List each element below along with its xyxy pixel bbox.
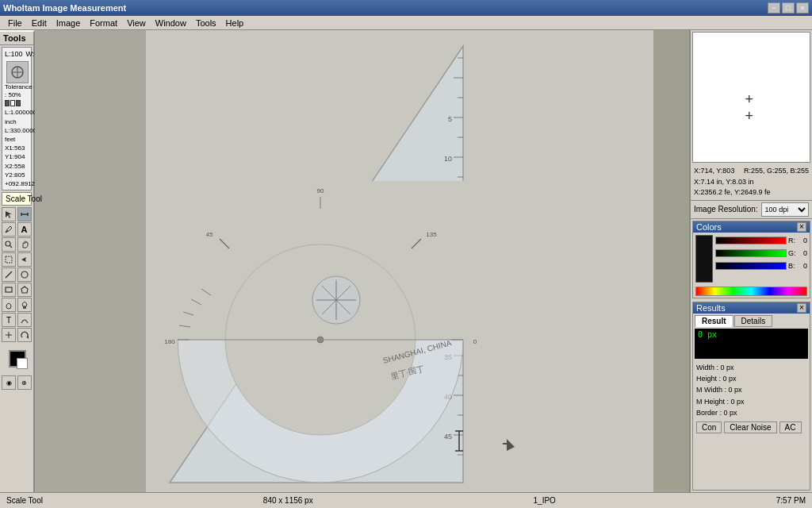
pixel-coords: X:714, Y:803 bbox=[694, 166, 734, 177]
g-label: G: bbox=[788, 249, 795, 257]
tool-polygon[interactable] bbox=[17, 283, 32, 297]
color-sliders: R: 0 G: 0 B: 0 bbox=[715, 235, 807, 283]
stat-border: Border : 0 px bbox=[696, 407, 806, 418]
result-value: 0 px bbox=[698, 330, 717, 339]
svg-rect-12 bbox=[6, 287, 12, 292]
color-spectrum-bar[interactable] bbox=[695, 287, 807, 296]
menu-window[interactable]: Window bbox=[151, 17, 191, 29]
svg-point-11 bbox=[21, 271, 28, 278]
svg-point-7 bbox=[6, 241, 10, 246]
tool-curve[interactable] bbox=[17, 313, 32, 327]
title-bar: WhoItam Image Measurement − □ × bbox=[0, 0, 812, 16]
tool-rotate[interactable] bbox=[17, 328, 32, 342]
tool-scale[interactable] bbox=[17, 207, 32, 221]
svg-text:0: 0 bbox=[473, 338, 477, 345]
results-stats: Width : 0 px Height : 0 px M Width : 0 p… bbox=[693, 360, 810, 421]
tool-measure[interactable] bbox=[2, 328, 16, 342]
menu-tools[interactable]: Tools bbox=[191, 17, 221, 29]
background-color[interactable] bbox=[17, 358, 28, 369]
results-display: 0 px bbox=[695, 329, 808, 359]
close-button[interactable]: × bbox=[796, 2, 809, 13]
resolution-select[interactable]: 100 dpi 72 dpi 96 dpi bbox=[761, 202, 809, 217]
colors-close-button[interactable]: × bbox=[797, 222, 806, 232]
tool-crop[interactable] bbox=[2, 252, 16, 267]
status-bar: Scale Tool 840 x 1156 px 1_IPO 7:57 PM bbox=[0, 492, 812, 508]
menu-bar: File Edit Image Format View Window Tools… bbox=[0, 16, 812, 30]
svg-line-10 bbox=[6, 271, 12, 278]
tool-pencil[interactable] bbox=[2, 222, 16, 237]
maximize-button[interactable]: □ bbox=[782, 2, 795, 13]
color-swatch-preview[interactable] bbox=[695, 235, 713, 283]
l-value: L:100 bbox=[5, 49, 23, 60]
tool-text[interactable]: A bbox=[17, 222, 32, 237]
blue-channel-row: B: 0 bbox=[715, 260, 807, 271]
green-channel-row: G: 0 bbox=[715, 248, 807, 259]
r-label: R: bbox=[788, 237, 795, 244]
resolution-row: Image Resolution: 100 dpi 72 dpi 96 dpi bbox=[691, 201, 812, 219]
status-color-mode: 1_IPO bbox=[534, 496, 556, 505]
coords-text: X1:563 Y1:904 X2:558 Y2:805 bbox=[5, 144, 29, 179]
svg-line-8 bbox=[10, 246, 13, 248]
svg-text:5: 5 bbox=[448, 115, 452, 123]
tool-circle[interactable] bbox=[17, 267, 32, 282]
svg-text:90: 90 bbox=[317, 187, 324, 194]
menu-view[interactable]: View bbox=[122, 17, 151, 29]
colors-title: Colors bbox=[696, 222, 722, 232]
canvas-left-margin bbox=[35, 30, 146, 492]
menu-help[interactable]: Help bbox=[221, 17, 249, 29]
colors-panel: Colors × R: 0 G: 0 bbox=[692, 221, 810, 298]
tools-panel: Tools L:100 W:6 H:100 Tolerance : bbox=[0, 30, 35, 492]
menu-file[interactable]: File bbox=[3, 17, 27, 29]
tab-result[interactable]: Result bbox=[695, 315, 733, 327]
svg-text:45: 45 bbox=[206, 231, 213, 238]
status-dimensions: 840 x 1156 px bbox=[263, 496, 313, 505]
canvas-area[interactable]: 5 10 15 20 25 30 35 40 45 bbox=[35, 30, 689, 492]
image-canvas: 5 10 15 20 25 30 35 40 45 bbox=[146, 30, 653, 492]
clear-noise-button[interactable]: Clear Noise bbox=[724, 421, 776, 433]
red-slider[interactable] bbox=[715, 237, 787, 244]
tool-rect[interactable] bbox=[2, 283, 16, 297]
results-buttons: Con Clear Noise AC bbox=[693, 420, 810, 435]
tool-eyedropper[interactable] bbox=[17, 298, 32, 312]
b-value: 0 bbox=[796, 262, 807, 270]
tool-line[interactable] bbox=[2, 267, 16, 282]
blue-slider[interactable] bbox=[715, 262, 787, 270]
tools-info-panel: L:100 W:6 H:100 Tolerance : 50% bbox=[2, 47, 32, 190]
tool-extra1[interactable]: ◉ bbox=[2, 375, 16, 390]
tool-hand[interactable] bbox=[17, 237, 32, 252]
extra-tools: ◉ ⊕ bbox=[0, 374, 33, 391]
tool-extra2[interactable]: ⊕ bbox=[17, 375, 32, 390]
svg-text:10: 10 bbox=[444, 155, 452, 163]
results-panel: Results × Result Details 0 px Width : 0 … bbox=[692, 302, 810, 491]
b-label: B: bbox=[788, 262, 795, 270]
angle-text: +092.89126970743884 bbox=[5, 179, 29, 188]
crosshair: + bbox=[745, 91, 758, 104]
tool-arrow[interactable] bbox=[2, 207, 16, 221]
tool-type[interactable]: T bbox=[2, 313, 16, 327]
world-coords: X:7.14 in, Y:8.03 in bbox=[694, 177, 809, 188]
ac-button[interactable]: AC bbox=[779, 421, 802, 433]
foreground-color[interactable] bbox=[9, 350, 26, 368]
results-close-button[interactable]: × bbox=[797, 303, 806, 313]
status-time: 7:57 PM bbox=[776, 496, 806, 505]
results-tabs: Result Details bbox=[693, 314, 810, 327]
stat-m-height: M Height : 0 px bbox=[696, 396, 806, 407]
tool-arrow2[interactable] bbox=[17, 252, 32, 267]
menu-edit[interactable]: Edit bbox=[27, 17, 52, 29]
tab-details[interactable]: Details bbox=[734, 315, 773, 327]
con-button[interactable]: Con bbox=[696, 421, 722, 433]
minimize-button[interactable]: − bbox=[768, 2, 780, 13]
menu-image[interactable]: Image bbox=[52, 17, 86, 29]
menu-format[interactable]: Format bbox=[85, 17, 122, 29]
svg-rect-9 bbox=[6, 256, 12, 263]
svg-marker-13 bbox=[21, 287, 28, 293]
green-slider[interactable] bbox=[715, 249, 787, 257]
svg-text:135: 135 bbox=[426, 231, 437, 238]
resolution-label: Image Resolution: bbox=[694, 205, 758, 214]
stat-m-width: M Width : 0 px bbox=[696, 384, 806, 395]
tool-zoom[interactable] bbox=[2, 237, 16, 252]
tool-bucket[interactable] bbox=[2, 298, 16, 312]
stat-width: Width : 0 px bbox=[696, 362, 806, 373]
svg-text:45: 45 bbox=[444, 433, 452, 441]
status-tool: Scale Tool bbox=[6, 496, 43, 505]
